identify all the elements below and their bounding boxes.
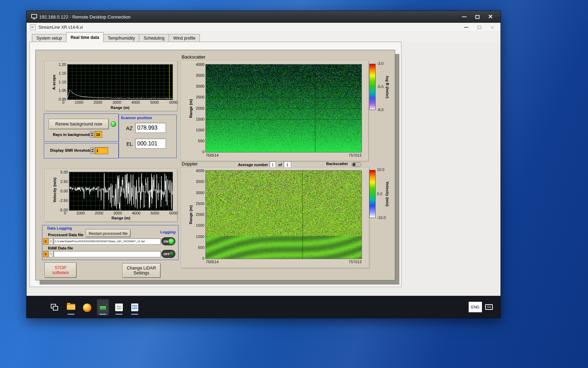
processed-drive-letter[interactable]: C	[43, 238, 48, 245]
tick-label: 2000	[196, 107, 204, 110]
close-icon[interactable]: ✕	[488, 14, 493, 20]
ascope-x-ticks: 0100020003000400050006000	[62, 101, 178, 104]
tick-label: 3000	[113, 211, 122, 215]
velocity-x-axis-label: Range (m)	[69, 216, 173, 220]
tick-label: -5.5	[377, 85, 384, 89]
rays-spinner[interactable]	[90, 131, 94, 138]
remote-desktop-icon	[31, 14, 37, 18]
task-view-icon[interactable]	[49, 299, 61, 315]
tick-label: 5.00	[61, 170, 68, 174]
tick-label: 4000	[196, 63, 204, 67]
tick-label: 6000	[169, 101, 177, 104]
tick-label: 0	[62, 101, 64, 104]
app-minimize-icon[interactable]	[464, 27, 468, 28]
document-glyph	[131, 304, 138, 311]
azimuth-value-field: 078.993	[135, 123, 166, 133]
app-maximize-icon[interactable]	[477, 26, 481, 29]
open-app-indicator	[68, 314, 75, 315]
restart-processed-file-button[interactable]: Restart processed file	[86, 229, 131, 237]
firefox-logo-shape	[83, 304, 91, 312]
velocity-x-ticks: 0100020003000400050006000	[64, 211, 178, 215]
tick-label: 4000	[132, 101, 140, 104]
tick-label: 4000	[196, 169, 204, 173]
renew-background-button[interactable]: Renew background now	[49, 119, 109, 129]
tab-real-time-data[interactable]: Real time data	[66, 32, 104, 42]
velocity-plot-area	[69, 172, 173, 210]
app-client-area: A-scope 1.201.151.101.050.99 01000200030…	[27, 42, 500, 296]
change-lidar-settings-button[interactable]: Change LiDAR Settings	[122, 263, 161, 278]
doppler-y-ticks: 40003500300025002000150010005000	[188, 169, 204, 260]
tick-label: 10.0	[377, 168, 384, 172]
snr-spinner[interactable]	[90, 147, 94, 154]
doppler-title: Doppler	[182, 161, 198, 166]
minimize-icon[interactable]	[462, 16, 467, 17]
backscatter-plot-area	[206, 64, 362, 152]
rays-value-field[interactable]: 10	[94, 131, 102, 138]
app-close-icon[interactable]: ✕	[490, 25, 494, 30]
doppler-colorbar	[369, 170, 376, 218]
stop-software-button[interactable]: STOP software	[44, 263, 77, 278]
tick-label: 1000	[75, 101, 83, 104]
scanner-position-title: Scanner position	[121, 116, 152, 120]
velocity-y-ticks: 5.002.500.00-2.50-5.00	[52, 170, 68, 212]
scan-scheduler-icon[interactable]: Scan sched	[113, 299, 125, 315]
stop-button-line2: software	[52, 270, 69, 275]
notification-icon[interactable]	[485, 304, 493, 310]
tick-label: 3000	[113, 101, 121, 104]
doppler-plot-area	[206, 171, 362, 259]
tab-strip: System setup Real time data Temp/humidit…	[27, 32, 500, 42]
file-explorer-icon[interactable]	[65, 299, 77, 315]
tick-label: 1500	[196, 117, 204, 121]
raw-path-field[interactable]	[54, 251, 161, 257]
rdp-titlebar[interactable]: 192.168.0.122 - Remote Desktop Connectio…	[27, 11, 500, 23]
tick-label: 1000	[196, 235, 204, 239]
tab-wind-profile[interactable]: Wind profile	[169, 34, 200, 42]
tick-label: 2000	[95, 211, 103, 215]
snr-threshold-box: Display SNR threshold 1	[44, 143, 119, 158]
log-document-icon[interactable]	[129, 299, 141, 315]
tick-label: 5000	[150, 101, 159, 104]
tick-label: 2500	[196, 202, 204, 206]
tab-scheduling[interactable]: Scheduling	[139, 34, 169, 42]
firefox-icon[interactable]	[81, 299, 93, 315]
raw-path-browse-icon[interactable]	[49, 251, 53, 257]
tick-label: 0.00	[61, 189, 68, 193]
data-logging-box: Data Logging Processed Data file Restart…	[42, 225, 178, 260]
tick-label: 5000	[150, 211, 159, 215]
tick-label: 500	[198, 139, 204, 143]
tab-temp-humidity[interactable]: Temp/humidity	[103, 34, 139, 42]
ascope-y-ticks: 1.201.151.101.050.99	[50, 63, 66, 101]
processed-path-browse-icon[interactable]	[49, 238, 53, 245]
tick-label: 0	[202, 150, 204, 154]
maximize-icon[interactable]	[475, 15, 479, 19]
scan-scheduler-glyph: Scan sched	[115, 304, 123, 311]
raw-drive-letter[interactable]: C	[43, 251, 48, 257]
remote-taskbar: Scan sched ENG	[27, 296, 500, 318]
tick-label: 3500	[196, 180, 204, 184]
tick-label: 2000	[94, 101, 102, 104]
ascope-graph: A-scope 1.201.151.101.050.99 01000200030…	[44, 61, 177, 111]
folder-front-shape	[67, 305, 75, 310]
tick-label: -10.0	[377, 216, 386, 220]
app-titlebar[interactable]: StreamLine XR v14-6.vi ✕	[27, 23, 500, 32]
streamline-app-window: StreamLine XR v14-6.vi ✕ System setup Re…	[27, 23, 500, 318]
backscatter-y-ticks: 40003500300025002000150010005000	[188, 63, 204, 154]
processed-data-file-label: Processed Data file	[48, 233, 84, 237]
tab-system-setup[interactable]: System setup	[32, 34, 66, 42]
backscatter-toggle-switch[interactable]	[351, 162, 361, 167]
ascope-x-axis-label: Range (m)	[68, 105, 173, 110]
tick-label: 0	[202, 257, 204, 260]
tick-label: 0	[64, 211, 66, 215]
backscatter-colorbar-label: log B (/m/sr)	[385, 73, 390, 102]
processed-logging-switch[interactable]: ON	[161, 237, 175, 245]
processed-path-field[interactable]: C:\Lidar\Data\Proc\2023\202309\20230907\…	[54, 238, 161, 245]
backscatter-toggle-label: Backscatter	[326, 162, 348, 166]
tick-label: 1.20	[59, 63, 66, 67]
ascope-plot-area	[68, 64, 173, 100]
raw-logging-switch[interactable]: OFF	[161, 250, 175, 258]
tick-label: 2.50	[61, 180, 68, 184]
tick-label: 757013	[349, 260, 362, 264]
snr-value-field[interactable]: 1	[95, 147, 108, 154]
language-indicator[interactable]: ENG	[469, 302, 482, 312]
active-app-icon[interactable]	[97, 299, 109, 315]
